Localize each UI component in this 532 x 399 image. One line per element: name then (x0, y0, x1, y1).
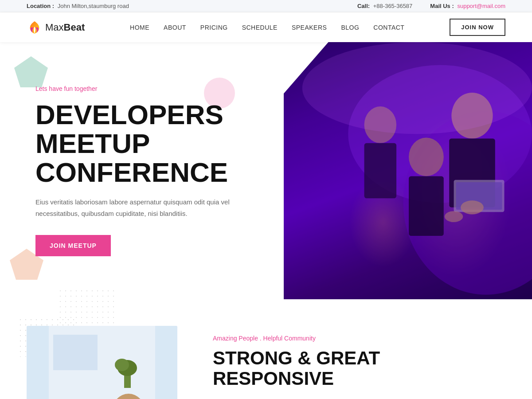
about-image-box (27, 326, 177, 399)
nav-item-blog[interactable]: BLOG (341, 23, 359, 31)
about-section: Amazing People . Helpful Community STRON… (0, 299, 532, 399)
nav-item-contact[interactable]: CONTACT (373, 23, 404, 31)
hero-description: Eius veritatis laboriosam labore asperna… (35, 196, 257, 219)
nav-item-about[interactable]: ABOUT (164, 23, 186, 31)
call-info: Call: +88-365-36587 (357, 3, 412, 9)
mail-label: Mail Us : (430, 3, 454, 9)
nav-item-speakers[interactable]: SPEAKERS (292, 23, 327, 31)
hero-image (284, 42, 532, 299)
logo[interactable]: MaxBeat (27, 20, 85, 35)
hero-title-line1: DEVELOPERS MEETUP (35, 99, 223, 159)
nav-item-schedule[interactable]: SCHEDULE (242, 23, 278, 31)
logo-text-light: Max (45, 22, 64, 33)
location-value: John Milton,staumburg road (58, 3, 129, 9)
mail-info: Mail Us : support@mail.com (430, 3, 505, 9)
hero-title: DEVELOPERS MEETUP CONFERENCE (35, 100, 262, 187)
about-content: Amazing People . Helpful Community STRON… (213, 326, 505, 389)
about-photo (27, 326, 177, 399)
hero-people-overlay (284, 42, 532, 299)
hero-tagline: Lets have fun together (35, 85, 262, 92)
call-label: Call: (357, 3, 370, 9)
logo-text: MaxBeat (45, 22, 85, 33)
mail-value: support@mail.com (457, 3, 505, 9)
join-now-button[interactable]: JOIN NOW (450, 19, 505, 36)
hero-section: Lets have fun together DEVELOPERS MEETUP… (0, 42, 532, 299)
hero-image-clip (284, 42, 532, 299)
about-image-container (27, 326, 177, 399)
nav-item-home[interactable]: HOME (130, 23, 149, 31)
about-tagline: Amazing People . Helpful Community (213, 335, 505, 342)
about-photo-overlay (27, 326, 177, 399)
nav-menu: HOME ABOUT PRICING SCHEDULE SPEAKERS BLO… (130, 23, 404, 31)
about-title: STRONG & GREAT RESPONSIVE (213, 348, 505, 389)
about-title-line1: STRONG & GREAT (213, 348, 380, 368)
contact-info: Call: +88-365-36587 Mail Us : support@ma… (357, 3, 505, 9)
join-meetup-button[interactable]: JOIN MEETUP (35, 235, 111, 256)
svg-point-15 (302, 42, 532, 134)
navbar: MaxBeat HOME ABOUT PRICING SCHEDULE SPEA… (0, 12, 532, 42)
location-label: Location : (27, 3, 54, 9)
nav-item-pricing[interactable]: PRICING (200, 23, 228, 31)
about-title-line2: RESPONSIVE (213, 368, 334, 389)
logo-icon (27, 20, 43, 35)
svg-point-21 (115, 359, 129, 371)
logo-text-bold: Beat (64, 22, 85, 33)
top-bar: Location : John Milton,staumburg road Ca… (0, 0, 532, 12)
hero-content: Lets have fun together DEVELOPERS MEETUP… (0, 59, 288, 283)
hero-title-line2: CONFERENCE (35, 157, 228, 188)
svg-rect-18 (53, 335, 98, 370)
location-info: Location : John Milton,staumburg road (27, 3, 129, 9)
call-value: +88-365-36587 (373, 3, 413, 9)
